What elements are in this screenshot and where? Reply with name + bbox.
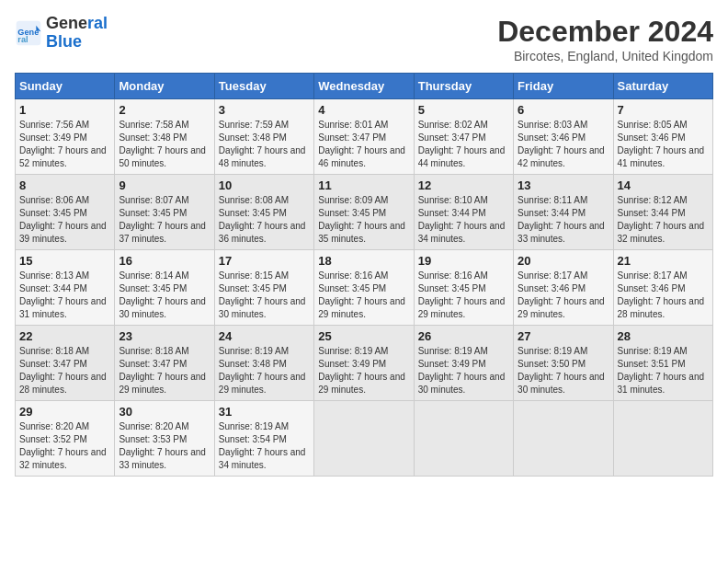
calendar-day-cell <box>414 401 513 477</box>
calendar-table: SundayMondayTuesdayWednesdayThursdayFrid… <box>15 73 713 477</box>
day-number: 1 <box>19 103 110 117</box>
day-detail: Sunrise: 8:01 AMSunset: 3:47 PMDaylight:… <box>318 120 405 168</box>
calendar-day-cell: 13Sunrise: 8:11 AMSunset: 3:44 PMDayligh… <box>514 175 613 250</box>
day-number: 25 <box>318 329 409 343</box>
day-number: 16 <box>119 254 210 268</box>
calendar-day-cell: 20Sunrise: 8:17 AMSunset: 3:46 PMDayligh… <box>514 250 613 326</box>
calendar-day-cell: 9Sunrise: 8:07 AMSunset: 3:45 PMDaylight… <box>115 175 214 250</box>
day-detail: Sunrise: 7:56 AMSunset: 3:49 PMDaylight:… <box>19 120 107 168</box>
calendar-week-row: 29Sunrise: 8:20 AMSunset: 3:52 PMDayligh… <box>16 401 713 477</box>
day-of-week-header: Sunday <box>16 74 115 99</box>
day-detail: Sunrise: 8:15 AMSunset: 3:45 PMDaylight:… <box>219 270 306 319</box>
day-number: 21 <box>618 254 709 268</box>
calendar-day-cell: 19Sunrise: 8:16 AMSunset: 3:45 PMDayligh… <box>414 250 513 326</box>
day-detail: Sunrise: 8:20 AMSunset: 3:53 PMDaylight:… <box>119 421 206 470</box>
day-number: 22 <box>19 329 110 343</box>
day-detail: Sunrise: 8:14 AMSunset: 3:45 PMDaylight:… <box>119 270 206 319</box>
day-number: 23 <box>119 329 210 343</box>
day-detail: Sunrise: 7:58 AMSunset: 3:48 PMDaylight:… <box>119 120 206 168</box>
calendar-day-cell: 21Sunrise: 8:17 AMSunset: 3:46 PMDayligh… <box>613 250 712 326</box>
calendar-day-cell: 24Sunrise: 8:19 AMSunset: 3:48 PMDayligh… <box>214 326 313 401</box>
day-of-week-header: Saturday <box>613 74 712 99</box>
day-detail: Sunrise: 8:16 AMSunset: 3:45 PMDaylight:… <box>418 270 506 319</box>
day-number: 24 <box>219 329 310 343</box>
calendar-week-row: 15Sunrise: 8:13 AMSunset: 3:44 PMDayligh… <box>16 250 713 326</box>
day-number: 29 <box>19 405 110 419</box>
calendar-day-cell: 14Sunrise: 8:12 AMSunset: 3:44 PMDayligh… <box>613 175 712 250</box>
day-detail: Sunrise: 8:18 AMSunset: 3:47 PMDaylight:… <box>119 346 206 395</box>
day-detail: Sunrise: 8:13 AMSunset: 3:44 PMDaylight:… <box>19 270 107 319</box>
day-number: 18 <box>318 254 409 268</box>
calendar-body: 1Sunrise: 7:56 AMSunset: 3:49 PMDaylight… <box>16 99 713 477</box>
calendar-day-cell: 17Sunrise: 8:15 AMSunset: 3:45 PMDayligh… <box>214 250 313 326</box>
calendar-day-cell: 31Sunrise: 8:19 AMSunset: 3:54 PMDayligh… <box>214 401 313 477</box>
day-number: 30 <box>119 405 210 419</box>
day-number: 7 <box>618 103 709 117</box>
day-of-week-header: Thursday <box>414 74 513 99</box>
calendar-day-cell <box>613 401 712 477</box>
location-subtitle: Bircotes, England, United Kingdom <box>497 49 713 63</box>
month-title: December 2024 <box>497 15 713 49</box>
day-number: 15 <box>19 254 110 268</box>
day-detail: Sunrise: 8:05 AMSunset: 3:46 PMDaylight:… <box>618 120 705 168</box>
day-number: 14 <box>618 178 709 192</box>
calendar-day-cell: 5Sunrise: 8:02 AMSunset: 3:47 PMDaylight… <box>414 99 513 175</box>
day-detail: Sunrise: 8:03 AMSunset: 3:46 PMDaylight:… <box>518 120 605 168</box>
day-detail: Sunrise: 8:18 AMSunset: 3:47 PMDaylight:… <box>19 346 107 395</box>
calendar-day-cell: 1Sunrise: 7:56 AMSunset: 3:49 PMDaylight… <box>16 99 115 175</box>
day-number: 5 <box>418 103 509 117</box>
calendar-day-cell: 11Sunrise: 8:09 AMSunset: 3:45 PMDayligh… <box>314 175 414 250</box>
day-detail: Sunrise: 8:17 AMSunset: 3:46 PMDaylight:… <box>618 270 705 319</box>
title-block: December 2024 Bircotes, England, United … <box>497 15 713 63</box>
calendar-day-cell: 4Sunrise: 8:01 AMSunset: 3:47 PMDaylight… <box>314 99 414 175</box>
day-number: 2 <box>119 103 210 117</box>
calendar-week-row: 8Sunrise: 8:06 AMSunset: 3:45 PMDaylight… <box>16 175 713 250</box>
day-number: 10 <box>219 178 310 192</box>
logo-text: General <box>46 15 108 33</box>
calendar-day-cell: 3Sunrise: 7:59 AMSunset: 3:48 PMDaylight… <box>214 99 313 175</box>
day-detail: Sunrise: 8:06 AMSunset: 3:45 PMDaylight:… <box>19 195 107 244</box>
calendar-header-row: SundayMondayTuesdayWednesdayThursdayFrid… <box>16 74 713 99</box>
day-number: 6 <box>518 103 609 117</box>
calendar-day-cell <box>314 401 414 477</box>
day-detail: Sunrise: 8:10 AMSunset: 3:44 PMDaylight:… <box>418 195 506 244</box>
calendar-day-cell <box>514 401 613 477</box>
logo-icon: Gene ral <box>15 19 42 47</box>
day-of-week-header: Monday <box>115 74 214 99</box>
calendar-day-cell: 27Sunrise: 8:19 AMSunset: 3:50 PMDayligh… <box>514 326 613 401</box>
day-detail: Sunrise: 8:19 AMSunset: 3:49 PMDaylight:… <box>418 346 506 395</box>
day-number: 4 <box>318 103 409 117</box>
calendar-day-cell: 8Sunrise: 8:06 AMSunset: 3:45 PMDaylight… <box>16 175 115 250</box>
day-number: 31 <box>219 405 310 419</box>
day-of-week-header: Friday <box>514 74 613 99</box>
calendar-day-cell: 2Sunrise: 7:58 AMSunset: 3:48 PMDaylight… <box>115 99 214 175</box>
calendar-day-cell: 30Sunrise: 8:20 AMSunset: 3:53 PMDayligh… <box>115 401 214 477</box>
day-detail: Sunrise: 8:17 AMSunset: 3:46 PMDaylight:… <box>518 270 605 319</box>
calendar-day-cell: 7Sunrise: 8:05 AMSunset: 3:46 PMDaylight… <box>613 99 712 175</box>
calendar-day-cell: 29Sunrise: 8:20 AMSunset: 3:52 PMDayligh… <box>16 401 115 477</box>
calendar-day-cell: 18Sunrise: 8:16 AMSunset: 3:45 PMDayligh… <box>314 250 414 326</box>
day-number: 9 <box>119 178 210 192</box>
day-of-week-header: Tuesday <box>214 74 313 99</box>
calendar-day-cell: 28Sunrise: 8:19 AMSunset: 3:51 PMDayligh… <box>613 326 712 401</box>
day-detail: Sunrise: 8:19 AMSunset: 3:48 PMDaylight:… <box>219 346 306 395</box>
day-detail: Sunrise: 8:09 AMSunset: 3:45 PMDaylight:… <box>318 195 405 244</box>
calendar-day-cell: 25Sunrise: 8:19 AMSunset: 3:49 PMDayligh… <box>314 326 414 401</box>
day-number: 8 <box>19 178 110 192</box>
calendar-day-cell: 22Sunrise: 8:18 AMSunset: 3:47 PMDayligh… <box>16 326 115 401</box>
day-detail: Sunrise: 8:20 AMSunset: 3:52 PMDaylight:… <box>19 421 107 470</box>
day-number: 27 <box>518 329 609 343</box>
day-detail: Sunrise: 8:16 AMSunset: 3:45 PMDaylight:… <box>318 270 405 319</box>
logo-subtext: Blue <box>46 33 108 52</box>
day-detail: Sunrise: 8:02 AMSunset: 3:47 PMDaylight:… <box>418 120 506 168</box>
logo: Gene ral General Blue <box>15 15 108 52</box>
day-number: 26 <box>418 329 509 343</box>
day-number: 19 <box>418 254 509 268</box>
day-number: 11 <box>318 178 409 192</box>
day-detail: Sunrise: 7:59 AMSunset: 3:48 PMDaylight:… <box>219 120 306 168</box>
day-detail: Sunrise: 8:12 AMSunset: 3:44 PMDaylight:… <box>618 195 705 244</box>
calendar-day-cell: 16Sunrise: 8:14 AMSunset: 3:45 PMDayligh… <box>115 250 214 326</box>
day-number: 13 <box>518 178 609 192</box>
svg-text:ral: ral <box>17 35 28 44</box>
day-detail: Sunrise: 8:08 AMSunset: 3:45 PMDaylight:… <box>219 195 306 244</box>
